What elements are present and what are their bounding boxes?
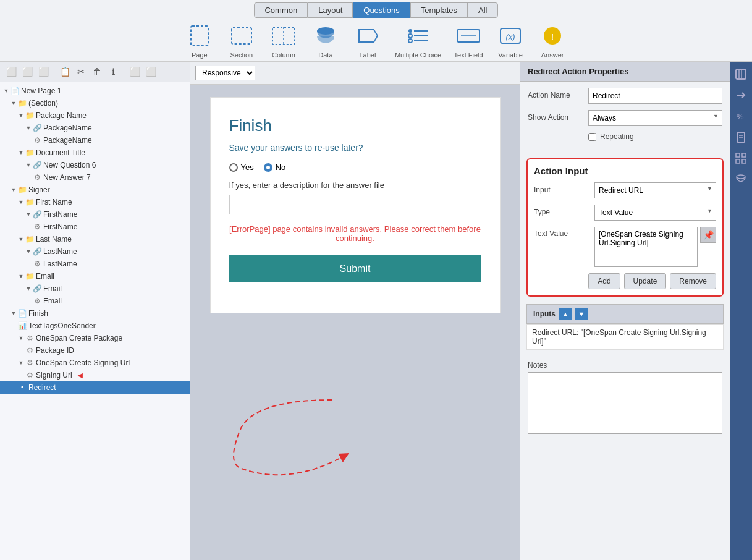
multiple-choice-tool[interactable]: Multiple Choice [395, 23, 441, 59]
cut-btn[interactable]: ✂ [74, 64, 88, 79]
repeating-checkbox[interactable] [588, 133, 596, 141]
action-name-value [588, 88, 722, 104]
variable-tool[interactable]: (x) Variable [496, 23, 525, 59]
info-btn[interactable]: ℹ [106, 64, 120, 79]
tree-item-redirect[interactable]: • Redirect [0, 381, 190, 394]
label-tool[interactable]: Label [353, 23, 382, 59]
tree-item-lastname-leaf[interactable]: ⚙ LastName [0, 258, 190, 270]
submit-button[interactable]: Submit [229, 255, 481, 282]
show-action-select[interactable]: Always Never Conditional [588, 110, 722, 126]
input-select[interactable]: Redirect URL Text [594, 182, 716, 198]
label-signer: Signer [28, 185, 50, 194]
gear-icon-5: ⚙ [32, 296, 42, 306]
tab-all[interactable]: All [468, 2, 497, 18]
strip-database-icon[interactable] [731, 169, 751, 189]
doc-icon-tree: 📁 [25, 148, 35, 158]
pin-button[interactable]: 📌 [700, 227, 716, 243]
tree-item-signing-url[interactable]: ⚙ Signing Url ◄ [0, 369, 190, 381]
gear-icon-2: ⚙ [32, 172, 42, 182]
description-input[interactable] [229, 195, 481, 214]
input-item[interactable]: Redirect URL: "[OneSpan Create Signing U… [526, 324, 724, 350]
tree-item-email[interactable]: ▼ 📁 Email [0, 270, 190, 282]
action-name-input[interactable] [588, 88, 722, 104]
tree-item-new-page-1[interactable]: ▼ 📄 New Page 1 [0, 85, 190, 97]
notes-textarea[interactable] [528, 372, 722, 434]
tree-item-lastname-link[interactable]: ▼ 🔗 LastName [0, 245, 190, 258]
data-tool[interactable]: Data [311, 23, 340, 59]
strip-grid-icon[interactable] [731, 148, 751, 168]
label-email-leaf: Email [43, 297, 62, 305]
label-packagename-leaf: PackageName [43, 136, 92, 145]
tree-item-packagename-leaf[interactable]: ⚙ PackageName [0, 134, 190, 146]
svg-point-9 [408, 39, 412, 43]
tree-item-signer[interactable]: ▼ 📁 Signer [0, 184, 190, 196]
down-arrow-btn[interactable]: ▼ [575, 308, 588, 320]
label-email-link: Email [43, 284, 62, 293]
radio-yes-option[interactable]: Yes [229, 163, 254, 172]
tree-item-new-question-6[interactable]: ▼ 🔗 New Question 6 [0, 159, 190, 171]
svg-rect-17 [736, 69, 746, 79]
label-signing-url: Signing Url [36, 371, 72, 380]
tree-item-text-tags[interactable]: 📊 TextTagsOneSender [0, 320, 190, 332]
tree-item-section[interactable]: ▼ 📁 (Section) [0, 97, 190, 109]
tree-item-finish[interactable]: ▼ 📄 Finish [0, 307, 190, 320]
tree-item-email-leaf[interactable]: ⚙ Email [0, 295, 190, 307]
gear-icon-1: ⚙ [32, 135, 42, 145]
strip-panel-icon[interactable] [731, 64, 751, 84]
text-value-textarea[interactable]: [OneSpan Create Signing Url.Signing Url] [594, 227, 698, 267]
text-field-tool[interactable]: Text Field [454, 23, 483, 59]
tool-btn-2[interactable]: ⬜ [20, 64, 35, 79]
strip-page-icon[interactable] [731, 127, 751, 147]
tree-item-package-id[interactable]: ⚙ Package ID [0, 344, 190, 357]
page-tool[interactable]: Page [185, 23, 214, 59]
label-tool-label: Label [359, 51, 376, 59]
answer-icon: ! [538, 23, 567, 49]
tab-questions[interactable]: Questions [353, 2, 410, 18]
type-select-wrapper: Text Value Variable [594, 205, 716, 221]
data-tool-label: Data [318, 51, 332, 59]
tree-item-last-name[interactable]: ▼ 📁 Last Name [0, 233, 190, 245]
section-tool[interactable]: Section [227, 23, 256, 59]
tree-item-package-name[interactable]: ▼ 📁 Package Name [0, 109, 190, 122]
tree-item-new-answer-7[interactable]: ⚙ New Answer 7 [0, 171, 190, 184]
up-arrow-btn[interactable]: ▲ [559, 308, 572, 320]
tool-btn-4[interactable]: ⬜ [127, 64, 142, 79]
tab-templates[interactable]: Templates [410, 2, 468, 18]
right-panel-title: Redirect Action Properties [520, 62, 730, 82]
add-button[interactable]: Add [588, 273, 620, 289]
expand-first-name: ▼ [17, 198, 25, 206]
column-tool[interactable]: Column [269, 23, 298, 59]
tool-btn-1[interactable]: ⬜ [4, 64, 19, 79]
tree-item-document-title[interactable]: ▼ 📁 Document Title [0, 146, 190, 159]
radio-no-option[interactable]: No [264, 163, 286, 172]
expand-onespan-signing: ▼ [17, 359, 25, 367]
text-value-area-wrapper: [OneSpan Create Signing Url.Signing Url]… [594, 227, 716, 267]
label-finish: Finish [28, 309, 48, 318]
form-subtitle: Save your answers to re-use later? [229, 143, 481, 153]
tree-item-packagename-link[interactable]: ▼ 🔗 PackageName [0, 122, 190, 134]
strip-connect-icon[interactable] [731, 85, 751, 105]
tree-item-firstname-link[interactable]: ▼ 🔗 FirstName [0, 208, 190, 221]
type-select[interactable]: Text Value Variable [594, 205, 716, 221]
copy-btn[interactable]: 📋 [57, 64, 72, 79]
tree-item-email-link[interactable]: ▼ 🔗 Email [0, 282, 190, 295]
tree-item-onespan-signing[interactable]: ▼ ⚙ OneSpan Create Signing Url [0, 357, 190, 369]
tab-common[interactable]: Common [254, 2, 308, 18]
update-button[interactable]: Update [624, 273, 667, 289]
tool-btn-3[interactable]: ⬜ [36, 64, 51, 79]
strip-percent-icon[interactable]: % [731, 106, 751, 126]
tree-item-onespan-package[interactable]: ▼ ⚙ OneSpan Create Package [0, 332, 190, 344]
section-tool-label: Section [230, 51, 253, 59]
responsive-select[interactable]: Responsive [195, 66, 255, 80]
tab-layout[interactable]: Layout [308, 2, 353, 18]
radio-yes-label: Yes [241, 163, 254, 172]
tree-item-first-name[interactable]: ▼ 📁 First Name [0, 196, 190, 208]
svg-text:%: % [737, 112, 744, 121]
delete-btn[interactable]: 🗑 [90, 64, 104, 79]
remove-button[interactable]: Remove [670, 273, 716, 289]
tool-btn-5[interactable]: ⬜ [143, 64, 158, 79]
answer-tool[interactable]: ! Answer [538, 23, 567, 59]
section-icon-tree: 📁 [17, 98, 27, 108]
multiple-choice-icon [403, 23, 433, 49]
tree-item-firstname-leaf[interactable]: ⚙ FirstName [0, 221, 190, 233]
